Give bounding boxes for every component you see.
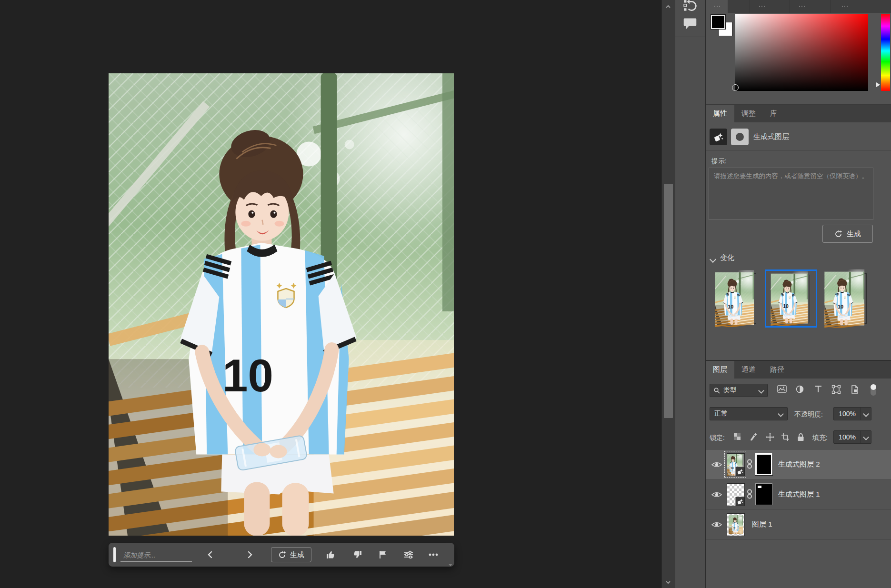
blend-mode-value: 正常 — [714, 409, 728, 418]
tab-properties[interactable]: 属性 — [706, 105, 734, 122]
flag-icon — [379, 550, 387, 559]
tab-libraries[interactable]: 库 — [763, 105, 784, 122]
dock-divider — [675, 37, 706, 37]
lock-all-icon[interactable] — [797, 433, 804, 441]
regenerate-icon — [278, 551, 286, 559]
color-picker-panel — [706, 13, 891, 105]
layer-name[interactable]: 生成式图层 2 — [778, 460, 820, 469]
layer-thumbnail[interactable] — [727, 453, 745, 476]
layer-thumbnail[interactable] — [727, 483, 745, 506]
layer-row-generative-1[interactable]: 生成式图层 1 — [706, 480, 891, 510]
tab-adjustments[interactable]: 调整 — [734, 105, 763, 122]
layer-thumbnail[interactable] — [727, 513, 745, 536]
lock-position-icon[interactable] — [766, 433, 774, 441]
layers-tabbar: 图层 通道 路径 — [706, 361, 891, 379]
filter-type-dropdown[interactable]: 类型 — [710, 384, 768, 397]
previous-variation-button[interactable] — [200, 547, 220, 563]
smart-object-filter-icon[interactable] — [851, 385, 859, 394]
tab-channels[interactable]: 通道 — [734, 361, 763, 379]
rate-good-button[interactable] — [320, 547, 341, 563]
opacity-dropdown[interactable] — [861, 412, 871, 416]
canvas-vertical-scrollbar[interactable] — [661, 0, 675, 588]
tab-paths[interactable]: 路径 — [763, 361, 791, 379]
canvas-area[interactable]: 生成 — [0, 0, 661, 588]
lock-transparency-icon[interactable] — [733, 433, 741, 440]
fill-label: 填充: — [812, 434, 828, 442]
fill-dropdown[interactable] — [861, 435, 871, 439]
opacity-field[interactable]: 100% — [833, 407, 871, 420]
generative-badge-icon — [735, 497, 745, 506]
sliders-icon — [404, 550, 413, 559]
text-filter-icon[interactable] — [814, 385, 822, 393]
regenerate-icon — [834, 230, 842, 238]
chevron-down-icon[interactable] — [710, 256, 716, 263]
tab-layers[interactable]: 图层 — [706, 361, 734, 379]
opacity-value: 100% — [834, 410, 861, 418]
search-icon — [714, 388, 720, 394]
layer-name[interactable]: 生成式图层 1 — [778, 490, 820, 499]
color-tab-dots — [714, 6, 715, 7]
visibility-eye-icon[interactable] — [711, 491, 722, 498]
blend-mode-dropdown[interactable]: 正常 — [710, 407, 788, 420]
photo-scene — [109, 73, 454, 536]
scroll-up-icon[interactable] — [665, 4, 671, 10]
generative-layer-icon — [714, 132, 723, 142]
contextual-taskbar: 生成 — [109, 543, 454, 567]
saturation-brightness-field[interactable] — [735, 14, 868, 91]
variation-selected-frame[interactable] — [765, 269, 817, 328]
shape-filter-icon[interactable] — [832, 385, 841, 394]
scroll-down-icon[interactable] — [665, 579, 671, 585]
chevron-down-icon — [863, 411, 869, 417]
taskbar-settings-button[interactable] — [398, 547, 419, 563]
lock-pixels-brush-icon[interactable] — [750, 433, 758, 441]
variation-thumbnail-3[interactable] — [826, 273, 867, 324]
more-options-icon — [429, 553, 438, 556]
visibility-eye-icon[interactable] — [711, 461, 722, 468]
generative-layer-button[interactable] — [710, 129, 727, 145]
variations-label: 变化 — [720, 253, 734, 262]
foreground-color-swatch[interactable] — [711, 15, 725, 29]
generate-label: 生成 — [847, 229, 861, 239]
lock-label: 锁定: — [710, 434, 725, 442]
layer-mask-thumbnail[interactable] — [755, 483, 772, 505]
layer-mask-button[interactable] — [731, 129, 749, 145]
thumbs-down-icon — [353, 550, 362, 559]
visibility-eye-icon[interactable] — [711, 521, 722, 528]
hue-slider-handle[interactable] — [876, 82, 880, 87]
layer-row-layer-1[interactable]: 图层 1 — [706, 510, 891, 540]
taskbar-drag-handle[interactable] — [113, 547, 116, 562]
lock-artboard-icon[interactable] — [781, 433, 790, 441]
variation-thumbnail-1[interactable] — [716, 273, 756, 324]
mask-link-icon[interactable] — [747, 458, 752, 470]
taskbar-prompt-input[interactable] — [122, 547, 190, 564]
filter-toggle-pin-icon[interactable] — [870, 383, 877, 397]
mask-icon — [736, 133, 744, 141]
layer-mask-thumbnail[interactable] — [755, 453, 772, 475]
taskbar-prompt-wrap — [122, 547, 188, 563]
report-button[interactable] — [372, 547, 393, 563]
comment-icon[interactable] — [683, 17, 697, 30]
fill-field[interactable]: 100% — [833, 430, 871, 444]
hue-slider[interactable] — [881, 14, 890, 91]
color-panel-active-tab[interactable] — [706, 0, 728, 13]
adjustment-filter-icon[interactable] — [796, 385, 804, 393]
history-icon[interactable] — [683, 0, 698, 14]
mask-link-icon[interactable] — [747, 488, 752, 500]
pixel-layer-filter-icon[interactable] — [777, 385, 787, 393]
scrollbar-thumb[interactable] — [664, 184, 673, 418]
next-variation-button[interactable] — [240, 547, 260, 563]
opacity-label: 不透明度: — [794, 410, 823, 419]
prompt-label: 提示: — [711, 157, 727, 166]
taskbar-generate-button[interactable]: 生成 — [271, 547, 311, 562]
color-sample-marker[interactable] — [732, 84, 739, 91]
color-panel-tabbar[interactable] — [706, 0, 891, 13]
chevron-left-icon — [208, 551, 212, 558]
rate-bad-button[interactable] — [347, 547, 368, 563]
layer-name[interactable]: 图层 1 — [752, 520, 772, 529]
generate-button[interactable]: 生成 — [822, 225, 873, 243]
taskbar-more-button[interactable] — [423, 547, 444, 563]
layer-row-generative-2[interactable]: 生成式图层 2 — [706, 450, 891, 480]
variation-thumbnail-2[interactable] — [772, 275, 810, 322]
prompt-textarea[interactable] — [709, 168, 873, 220]
thumbs-up-icon — [326, 550, 335, 559]
